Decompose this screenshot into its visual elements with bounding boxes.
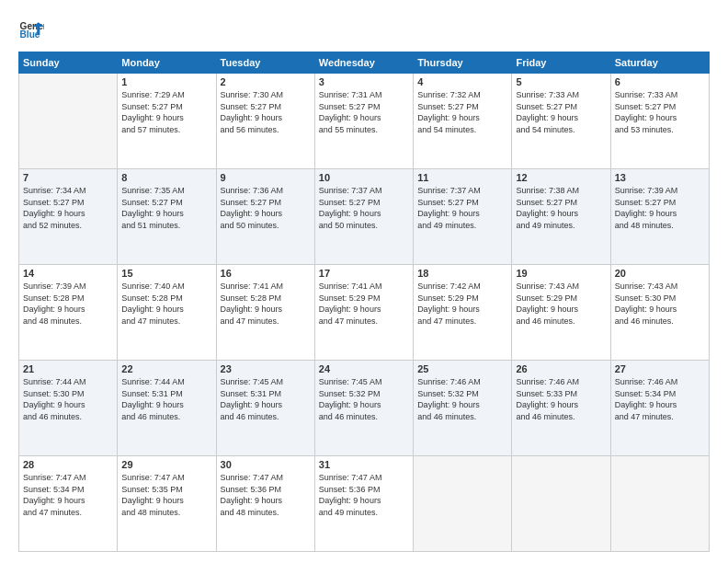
day-info: Sunrise: 7:31 AM Sunset: 5:27 PM Dayligh…	[319, 89, 409, 135]
calendar-cell: 26Sunrise: 7:46 AM Sunset: 5:33 PM Dayli…	[512, 361, 610, 456]
calendar-cell: 28Sunrise: 7:47 AM Sunset: 5:34 PM Dayli…	[19, 456, 118, 552]
day-number: 22	[121, 363, 211, 374]
day-number: 17	[319, 268, 409, 279]
calendar-cell: 13Sunrise: 7:39 AM Sunset: 5:27 PM Dayli…	[610, 169, 709, 265]
day-header-thursday: Thursday	[414, 52, 512, 74]
calendar-cell: 10Sunrise: 7:37 AM Sunset: 5:27 PM Dayli…	[314, 169, 413, 265]
day-number: 8	[121, 172, 211, 183]
day-number: 5	[516, 76, 606, 87]
calendar-week-5: 28Sunrise: 7:47 AM Sunset: 5:34 PM Dayli…	[19, 456, 710, 552]
day-number: 4	[417, 76, 507, 87]
calendar-cell	[414, 456, 512, 552]
day-info: Sunrise: 7:47 AM Sunset: 5:35 PM Dayligh…	[121, 472, 211, 518]
day-info: Sunrise: 7:45 AM Sunset: 5:32 PM Dayligh…	[319, 376, 409, 422]
day-number: 30	[221, 459, 311, 470]
day-info: Sunrise: 7:34 AM Sunset: 5:27 PM Dayligh…	[23, 185, 113, 231]
calendar-cell: 27Sunrise: 7:46 AM Sunset: 5:34 PM Dayli…	[610, 361, 709, 456]
day-number: 13	[615, 172, 705, 183]
day-info: Sunrise: 7:47 AM Sunset: 5:34 PM Dayligh…	[23, 472, 113, 518]
calendar-cell: 11Sunrise: 7:37 AM Sunset: 5:27 PM Dayli…	[414, 169, 512, 265]
day-info: Sunrise: 7:39 AM Sunset: 5:27 PM Dayligh…	[615, 185, 705, 231]
calendar-cell: 25Sunrise: 7:46 AM Sunset: 5:32 PM Dayli…	[414, 361, 512, 456]
calendar-week-3: 14Sunrise: 7:39 AM Sunset: 5:28 PM Dayli…	[19, 265, 710, 361]
day-number: 16	[221, 268, 311, 279]
calendar-cell: 9Sunrise: 7:36 AM Sunset: 5:27 PM Daylig…	[216, 169, 314, 265]
calendar-cell: 7Sunrise: 7:34 AM Sunset: 5:27 PM Daylig…	[19, 169, 118, 265]
day-number: 9	[221, 172, 311, 183]
calendar-table: SundayMondayTuesdayWednesdayThursdayFrid…	[18, 52, 710, 552]
day-number: 14	[23, 268, 113, 279]
header-row: SundayMondayTuesdayWednesdayThursdayFrid…	[19, 52, 710, 74]
calendar-cell: 29Sunrise: 7:47 AM Sunset: 5:35 PM Dayli…	[118, 456, 216, 552]
day-number: 27	[615, 363, 705, 374]
day-number: 20	[615, 268, 705, 279]
day-info: Sunrise: 7:38 AM Sunset: 5:27 PM Dayligh…	[516, 185, 606, 231]
calendar-cell: 23Sunrise: 7:45 AM Sunset: 5:31 PM Dayli…	[216, 361, 314, 456]
day-info: Sunrise: 7:33 AM Sunset: 5:27 PM Dayligh…	[615, 89, 705, 135]
day-number: 23	[221, 363, 311, 374]
header: General Blue	[18, 17, 710, 42]
day-number: 28	[23, 459, 113, 470]
calendar-cell: 12Sunrise: 7:38 AM Sunset: 5:27 PM Dayli…	[512, 169, 610, 265]
day-info: Sunrise: 7:44 AM Sunset: 5:30 PM Dayligh…	[23, 376, 113, 422]
day-number: 10	[319, 172, 409, 183]
calendar-cell: 17Sunrise: 7:41 AM Sunset: 5:29 PM Dayli…	[314, 265, 413, 361]
day-info: Sunrise: 7:47 AM Sunset: 5:36 PM Dayligh…	[319, 472, 409, 518]
page: General Blue SundayMondayTuesdayWednesda…	[0, 0, 728, 563]
day-header-saturday: Saturday	[610, 52, 709, 74]
day-info: Sunrise: 7:41 AM Sunset: 5:28 PM Dayligh…	[221, 281, 311, 327]
calendar-week-1: 1Sunrise: 7:29 AM Sunset: 5:27 PM Daylig…	[19, 74, 710, 169]
day-number: 25	[417, 363, 507, 374]
day-header-monday: Monday	[118, 52, 216, 74]
day-info: Sunrise: 7:40 AM Sunset: 5:28 PM Dayligh…	[121, 281, 211, 327]
day-info: Sunrise: 7:37 AM Sunset: 5:27 PM Dayligh…	[319, 185, 409, 231]
calendar-cell: 16Sunrise: 7:41 AM Sunset: 5:28 PM Dayli…	[216, 265, 314, 361]
day-info: Sunrise: 7:35 AM Sunset: 5:27 PM Dayligh…	[121, 185, 211, 231]
day-info: Sunrise: 7:41 AM Sunset: 5:29 PM Dayligh…	[319, 281, 409, 327]
day-info: Sunrise: 7:42 AM Sunset: 5:29 PM Dayligh…	[417, 281, 507, 327]
calendar-cell: 24Sunrise: 7:45 AM Sunset: 5:32 PM Dayli…	[314, 361, 413, 456]
calendar-cell: 18Sunrise: 7:42 AM Sunset: 5:29 PM Dayli…	[414, 265, 512, 361]
day-number: 19	[516, 268, 606, 279]
day-number: 11	[417, 172, 507, 183]
day-info: Sunrise: 7:43 AM Sunset: 5:30 PM Dayligh…	[615, 281, 705, 327]
day-info: Sunrise: 7:45 AM Sunset: 5:31 PM Dayligh…	[221, 376, 311, 422]
day-number: 21	[23, 363, 113, 374]
day-number: 15	[121, 268, 211, 279]
calendar-cell: 8Sunrise: 7:35 AM Sunset: 5:27 PM Daylig…	[118, 169, 216, 265]
calendar-cell: 6Sunrise: 7:33 AM Sunset: 5:27 PM Daylig…	[610, 74, 709, 169]
calendar-cell: 14Sunrise: 7:39 AM Sunset: 5:28 PM Dayli…	[19, 265, 118, 361]
calendar-cell: 3Sunrise: 7:31 AM Sunset: 5:27 PM Daylig…	[314, 74, 413, 169]
day-info: Sunrise: 7:39 AM Sunset: 5:28 PM Dayligh…	[23, 281, 113, 327]
day-info: Sunrise: 7:36 AM Sunset: 5:27 PM Dayligh…	[221, 185, 311, 231]
calendar-cell: 15Sunrise: 7:40 AM Sunset: 5:28 PM Dayli…	[118, 265, 216, 361]
day-info: Sunrise: 7:46 AM Sunset: 5:34 PM Dayligh…	[615, 376, 705, 422]
day-number: 29	[121, 459, 211, 470]
day-number: 26	[516, 363, 606, 374]
calendar-cell	[512, 456, 610, 552]
logo-icon: General Blue	[18, 17, 44, 42]
calendar-cell: 19Sunrise: 7:43 AM Sunset: 5:29 PM Dayli…	[512, 265, 610, 361]
day-number: 6	[615, 76, 705, 87]
day-info: Sunrise: 7:43 AM Sunset: 5:29 PM Dayligh…	[516, 281, 606, 327]
day-header-tuesday: Tuesday	[216, 52, 314, 74]
calendar-cell: 22Sunrise: 7:44 AM Sunset: 5:31 PM Dayli…	[118, 361, 216, 456]
day-header-friday: Friday	[512, 52, 610, 74]
calendar-cell: 30Sunrise: 7:47 AM Sunset: 5:36 PM Dayli…	[216, 456, 314, 552]
day-number: 1	[121, 76, 211, 87]
calendar-cell	[610, 456, 709, 552]
day-header-sunday: Sunday	[19, 52, 118, 74]
logo: General Blue	[18, 17, 44, 42]
day-info: Sunrise: 7:29 AM Sunset: 5:27 PM Dayligh…	[121, 89, 211, 135]
day-number: 2	[221, 76, 311, 87]
calendar-cell: 4Sunrise: 7:32 AM Sunset: 5:27 PM Daylig…	[414, 74, 512, 169]
day-info: Sunrise: 7:32 AM Sunset: 5:27 PM Dayligh…	[417, 89, 507, 135]
day-info: Sunrise: 7:46 AM Sunset: 5:33 PM Dayligh…	[516, 376, 606, 422]
day-info: Sunrise: 7:44 AM Sunset: 5:31 PM Dayligh…	[121, 376, 211, 422]
day-info: Sunrise: 7:37 AM Sunset: 5:27 PM Dayligh…	[417, 185, 507, 231]
day-number: 12	[516, 172, 606, 183]
day-number: 7	[23, 172, 113, 183]
day-info: Sunrise: 7:30 AM Sunset: 5:27 PM Dayligh…	[221, 89, 311, 135]
day-number: 31	[319, 459, 409, 470]
calendar-cell: 20Sunrise: 7:43 AM Sunset: 5:30 PM Dayli…	[610, 265, 709, 361]
